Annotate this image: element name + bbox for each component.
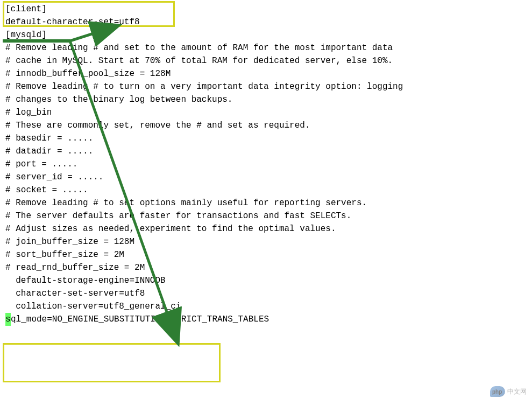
- config-line: # port = .....: [5, 158, 527, 171]
- config-line: # socket = .....: [5, 184, 527, 197]
- config-line: # changes to the binary log between back…: [5, 93, 527, 106]
- config-line-collation: collation-server=utf8_general_ci: [5, 300, 527, 313]
- green-underline: [3, 39, 70, 43]
- config-line: # Remove leading # and set to the amount…: [5, 41, 527, 54]
- config-line: # log_bin: [5, 106, 527, 119]
- config-line: # innodb_buffer_pool_size = 128M: [5, 67, 527, 80]
- config-line-sqlmode: sql_mode=NO_ENGINE_SUBSTITUTION,STRICT_T…: [5, 313, 527, 326]
- watermark-text: 中文网: [507, 387, 527, 396]
- config-line: # Adjust sizes as needed, experiment to …: [5, 222, 527, 235]
- config-line: # Remove leading # to turn on a very imp…: [5, 80, 527, 93]
- config-line-engine: default-storage-engine=INNODB: [5, 274, 527, 287]
- config-line: # datadir = .....: [5, 145, 527, 158]
- watermark: 中文网: [490, 386, 527, 397]
- config-line-client: [client]: [5, 3, 527, 16]
- php-logo-icon: [490, 386, 505, 397]
- config-line: # basedir = .....: [5, 132, 527, 145]
- config-line: # server_id = .....: [5, 171, 527, 184]
- config-line: # sort_buffer_size = 2M: [5, 248, 527, 261]
- config-line-charset: default-character-set=utf8: [5, 16, 527, 29]
- highlight-box-bottom: [3, 343, 221, 382]
- config-text: ql_mode=NO_ENGINE_SUBSTITUTION,STRICT_TR…: [11, 315, 269, 324]
- config-line: # read_rnd_buffer_size = 2M: [5, 261, 527, 274]
- config-line: # These are commonly set, remove the # a…: [5, 119, 527, 132]
- config-line: # The server defaults are faster for tra…: [5, 210, 527, 222]
- config-line: # join_buffer_size = 128M: [5, 235, 527, 248]
- config-line: # Remove leading # to set options mainly…: [5, 197, 527, 210]
- cursor-highlight: s: [5, 313, 11, 326]
- config-line: # cache in MySQL. Start at 70% of total …: [5, 54, 527, 67]
- config-line-charset-server: character-set-server=utf8: [5, 287, 527, 300]
- config-line-mysqld: [mysqld]: [5, 29, 527, 41]
